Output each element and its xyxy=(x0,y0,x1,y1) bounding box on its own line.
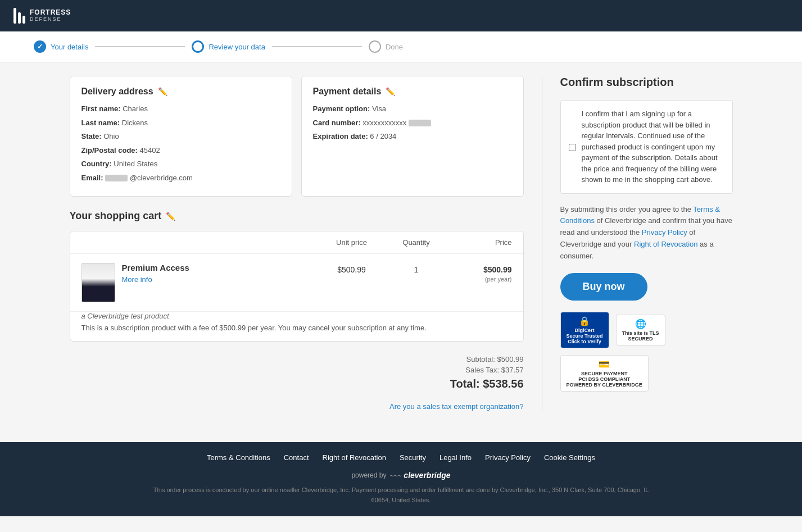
tax-exempt-link[interactable]: Are you a sales tax exempt organization? xyxy=(389,402,523,411)
confirm-checkbox-box: I confirm that I am signing up for a sub… xyxy=(560,100,733,194)
cards-row: Delivery address ✏️ First name: Charles … xyxy=(70,76,524,197)
step-3-circle xyxy=(369,40,381,53)
logo-bar-1 xyxy=(13,8,16,24)
cleverbridge-logo: ~~~ cleverbridge xyxy=(389,471,450,480)
step-done: Done xyxy=(369,40,403,53)
field-email: Email: @cleverbridge.com xyxy=(81,172,280,184)
cart-item-product: Premium Access More info xyxy=(81,263,315,302)
logo-bar-2 xyxy=(18,12,21,24)
shopping-cart-edit-icon[interactable]: ✏️ xyxy=(166,212,175,221)
stepper: ✓ Your details Review your data Done xyxy=(0,31,802,62)
header: FORTRESS defense xyxy=(0,0,802,31)
buy-now-button[interactable]: Buy now xyxy=(560,273,647,301)
footer-link-privacy[interactable]: Privacy Policy xyxy=(485,453,531,462)
email-blurred xyxy=(105,175,128,181)
step-your-details: ✓ Your details xyxy=(34,40,88,53)
cart-item-unit-price: $500.99 xyxy=(315,263,388,274)
main-container: Delivery address ✏️ First name: Charles … xyxy=(36,62,767,424)
field-country: Country: United States xyxy=(81,158,280,170)
step-connector-1 xyxy=(95,46,185,47)
col-header-price: Price xyxy=(445,238,512,247)
shopping-cart-title: Your shopping cart ✏️ xyxy=(70,210,524,222)
logo-bar-3 xyxy=(22,16,25,24)
revocation-link[interactable]: Right of Revocation xyxy=(634,240,697,248)
field-firstname: First name: Charles xyxy=(81,103,280,115)
col-header-product xyxy=(81,238,315,247)
cart-description: a Cleverbridge test product This is a su… xyxy=(70,312,523,341)
tax-row: Sales Tax: $37.57 xyxy=(70,366,524,374)
footer-link-revocation[interactable]: Right of Revocation xyxy=(323,453,386,462)
product-thumbnail xyxy=(81,263,115,302)
payment-details-edit-icon[interactable]: ✏️ xyxy=(386,87,395,96)
cart-item: Premium Access More info $500.99 1 $500.… xyxy=(70,254,523,312)
payment-details-card: Payment details ✏️ Payment option: Visa … xyxy=(301,76,524,197)
more-info-link[interactable]: More info xyxy=(122,275,152,284)
step-3-label: Done xyxy=(386,43,403,51)
test-product-label: a Cleverbridge test product xyxy=(81,312,512,320)
terms-conditions-link[interactable]: Terms & Conditions xyxy=(560,205,720,225)
left-panel: Delivery address ✏️ First name: Charles … xyxy=(70,76,542,411)
subscription-confirm-checkbox[interactable] xyxy=(569,110,576,185)
step-review: Review your data xyxy=(192,40,265,53)
privacy-policy-link[interactable]: Privacy Policy xyxy=(642,228,687,237)
delivery-address-card: Delivery address ✏️ First name: Charles … xyxy=(70,76,292,197)
footer-link-contact[interactable]: Contact xyxy=(284,453,309,462)
price-per-year: (per year) xyxy=(485,276,512,283)
product-name: Premium Access xyxy=(122,263,189,272)
step-1-circle: ✓ xyxy=(34,40,46,53)
tax-exempt-section: Are you a sales tax exempt organization? xyxy=(70,402,524,411)
trust-badges: 🔒 DigiCertSecure TrustedClick to Verify … xyxy=(560,312,733,392)
field-lastname: Last name: Dickens xyxy=(81,117,280,129)
total-row: Total: $538.56 xyxy=(70,378,524,390)
footer-powered: powered by ~~~ cleverbridge xyxy=(34,471,768,480)
footer-link-legal[interactable]: Legal Info xyxy=(439,453,472,462)
step-1-label: Your details xyxy=(51,43,88,51)
footer-links: Terms & Conditions Contact Right of Revo… xyxy=(34,453,768,462)
card-blurred xyxy=(409,120,431,126)
field-state: State: Ohio xyxy=(81,131,280,142)
cart-header: Unit price Quantity Price xyxy=(70,231,523,254)
field-card-number: Card number: xxxxxxxxxxxx xyxy=(313,117,512,129)
step-2-circle xyxy=(192,40,204,53)
logo: FORTRESS defense xyxy=(13,8,71,24)
subtotal-row: Subtotal: $500.99 xyxy=(70,355,524,363)
totals-section: Subtotal: $500.99 Sales Tax: $37.57 Tota… xyxy=(70,351,524,395)
pci-badge[interactable]: 💳 SECURE PAYMENTPCI DSS COMPLIANTPOWERED… xyxy=(560,355,649,392)
delivery-address-title: Delivery address ✏️ xyxy=(81,87,280,97)
cart-item-price: $500.99 (per year) xyxy=(445,263,512,283)
logo-text: FORTRESS defense xyxy=(30,9,71,22)
cart-item-quantity: 1 xyxy=(388,263,445,274)
field-payment-option: Payment option: Visa xyxy=(313,103,512,115)
terms-text: By submitting this order you agree to th… xyxy=(560,204,733,262)
footer-link-terms[interactable]: Terms & Conditions xyxy=(207,453,270,462)
delivery-address-edit-icon[interactable]: ✏️ xyxy=(158,87,167,96)
digicert-badge[interactable]: 🔒 DigiCertSecure TrustedClick to Verify xyxy=(560,312,609,348)
subscription-note: This is a subscription product with a fe… xyxy=(81,324,512,332)
footer-disclaimer: This order process is conducted by our o… xyxy=(148,485,654,505)
right-panel: Confirm subscription I confirm that I am… xyxy=(542,76,733,411)
confirm-title: Confirm subscription xyxy=(560,76,733,89)
col-header-unit: Unit price xyxy=(315,238,388,247)
footer: Terms & Conditions Contact Right of Revo… xyxy=(0,442,802,516)
product-info: Premium Access More info xyxy=(122,263,189,284)
field-expiry: Expiration date: 6 / 2034 xyxy=(313,131,512,142)
confirm-checkbox-text: I confirm that I am signing up for a sub… xyxy=(582,108,724,185)
step-connector-2 xyxy=(272,46,362,47)
payment-details-title: Payment details ✏️ xyxy=(313,87,512,97)
field-zip: Zip/Postal code: 45402 xyxy=(81,145,280,156)
footer-link-cookies[interactable]: Cookie Settings xyxy=(544,453,595,462)
logo-icon xyxy=(13,8,25,24)
col-header-qty: Quantity xyxy=(388,238,445,247)
step-2-label: Review your data xyxy=(209,43,265,51)
tls-badge[interactable]: 🌐 This site is TLSSECURED xyxy=(616,315,665,345)
cart-table: Unit price Quantity Price Premium Access… xyxy=(70,231,524,342)
footer-link-security[interactable]: Security xyxy=(400,453,426,462)
